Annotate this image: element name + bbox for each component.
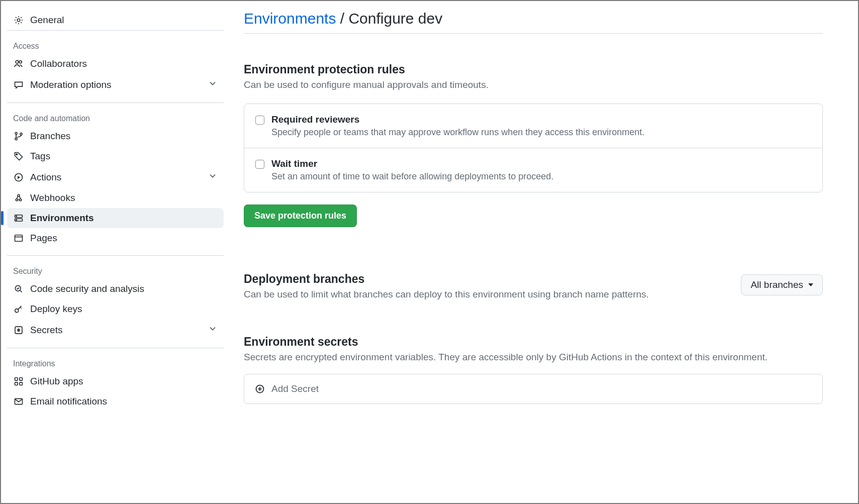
sidebar-item-label: Deploy keys: [30, 304, 82, 315]
plus-circle-icon: [254, 383, 265, 394]
svg-point-17: [15, 309, 19, 313]
sidebar-item-label: Moderation options: [30, 79, 112, 90]
breadcrumb: Environments / Configure dev: [244, 10, 823, 34]
svg-point-5: [20, 133, 22, 135]
sidebar-item-branches[interactable]: Branches: [7, 126, 224, 146]
section-protection-rules: Environment protection rules Can be used…: [244, 63, 823, 227]
sidebar-item-label: General: [30, 15, 64, 26]
section-heading: Deployment branches: [244, 272, 731, 286]
sidebar-item-label: Collaborators: [30, 58, 87, 69]
sidebar-item-pages[interactable]: Pages: [7, 228, 224, 248]
svg-point-8: [16, 199, 18, 201]
dropdown-label: All branches: [750, 279, 803, 290]
chevron-down-icon: [208, 171, 218, 183]
svg-point-13: [16, 216, 17, 217]
breadcrumb-current: Configure dev: [348, 10, 442, 27]
svg-rect-19: [15, 378, 18, 381]
sidebar-item-label: Environments: [30, 213, 94, 224]
svg-point-10: [18, 194, 20, 196]
svg-rect-22: [20, 382, 23, 385]
add-secret-button[interactable]: Add Secret: [244, 374, 823, 404]
rule-wait-timer: Wait timer Set an amount of time to wait…: [244, 148, 822, 192]
sidebar-item-webhooks[interactable]: Webhooks: [7, 188, 224, 208]
svg-rect-21: [15, 382, 18, 385]
svg-point-14: [16, 220, 17, 221]
protection-rules-list: Required reviewers Specify people or tea…: [244, 104, 823, 192]
play-circle-icon: [13, 172, 24, 183]
sidebar-item-label: Actions: [30, 172, 61, 183]
sidebar-item-email-notifications[interactable]: Email notifications: [7, 391, 224, 412]
caret-down-icon: [808, 283, 813, 286]
breadcrumb-parent-link[interactable]: Environments: [244, 10, 336, 27]
sidebar-item-secrets[interactable]: Secrets: [7, 319, 224, 341]
svg-point-4: [15, 138, 17, 140]
chevron-down-icon: [208, 324, 218, 336]
add-secret-label: Add Secret: [271, 383, 319, 394]
sidebar-item-label: Webhooks: [30, 192, 75, 204]
sidebar-group-title: Access: [7, 31, 224, 54]
sidebar-group-title: Integrations: [7, 348, 224, 371]
sidebar-item-label: Branches: [30, 131, 70, 142]
svg-point-6: [16, 154, 18, 155]
rule-description: Specify people or teams that may approve…: [271, 127, 644, 138]
key-icon: [13, 304, 24, 315]
deployment-branches-dropdown[interactable]: All branches: [741, 274, 823, 295]
sidebar-group-integrations: Integrations GitHub apps Email notificat…: [7, 348, 224, 419]
svg-point-9: [20, 199, 22, 201]
sidebar-item-label: Code security and analysis: [30, 283, 144, 294]
sidebar-group-security: Security Code security and analysis Depl…: [7, 256, 224, 348]
sidebar-item-deploy-keys[interactable]: Deploy keys: [7, 299, 224, 319]
browser-icon: [13, 233, 24, 244]
sidebar-item-actions[interactable]: Actions: [7, 166, 224, 188]
mail-icon: [13, 396, 24, 407]
sidebar-item-general[interactable]: General: [7, 10, 224, 31]
codescan-icon: [13, 283, 24, 294]
svg-point-0: [17, 19, 20, 22]
people-icon: [13, 58, 24, 69]
section-environment-secrets: Environment secrets Secrets are encrypte…: [244, 335, 823, 404]
sidebar-item-collaborators[interactable]: Collaborators: [7, 54, 224, 74]
sidebar-item-environments[interactable]: Environments: [7, 208, 224, 228]
svg-rect-20: [20, 378, 23, 381]
gear-icon: [13, 15, 24, 26]
svg-rect-15: [15, 235, 23, 242]
sidebar-item-moderation[interactable]: Moderation options: [7, 74, 224, 95]
sidebar-item-github-apps[interactable]: GitHub apps: [7, 371, 224, 391]
chevron-down-icon: [208, 78, 218, 91]
wait-timer-checkbox[interactable]: [255, 160, 264, 169]
sidebar-item-tags[interactable]: Tags: [7, 146, 224, 166]
server-icon: [13, 213, 24, 224]
section-heading: Environment secrets: [244, 335, 823, 349]
sidebar-item-code-security[interactable]: Code security and analysis: [7, 279, 224, 299]
sidebar-group-access: Access Collaborators Moderation options: [7, 31, 224, 103]
rule-title: Required reviewers: [271, 114, 644, 125]
svg-point-1: [16, 60, 19, 63]
breadcrumb-separator: /: [340, 10, 344, 27]
section-heading: Environment protection rules: [244, 63, 823, 76]
sidebar-group-title: Code and automation: [7, 103, 224, 126]
sidebar-group-code: Code and automation Branches Tags Action…: [7, 103, 224, 256]
section-description: Can be used to limit what branches can d…: [244, 289, 731, 300]
settings-sidebar: General Access Collaborators Moderation …: [1, 1, 230, 503]
webhook-icon: [13, 192, 24, 204]
rule-description: Set an amount of time to wait before all…: [271, 171, 553, 182]
sidebar-item-label: GitHub apps: [30, 376, 83, 387]
save-protection-rules-button[interactable]: Save protection rules: [244, 205, 357, 227]
sidebar-group-title: Security: [7, 256, 224, 279]
tag-icon: [13, 151, 24, 162]
sidebar-item-label: Email notifications: [30, 396, 107, 407]
sidebar-item-label: Tags: [30, 151, 50, 162]
svg-point-3: [15, 132, 17, 134]
rule-required-reviewers: Required reviewers Specify people or tea…: [244, 104, 822, 148]
git-branch-icon: [13, 131, 24, 142]
required-reviewers-checkbox[interactable]: [255, 116, 264, 125]
section-description: Secrets are encrypted environment variab…: [244, 352, 823, 363]
section-description: Can be used to configure manual approval…: [244, 79, 823, 90]
apps-icon: [13, 376, 24, 387]
svg-point-2: [19, 61, 22, 63]
rule-title: Wait timer: [271, 158, 553, 169]
section-deployment-branches: Deployment branches Can be used to limit…: [244, 272, 823, 300]
sidebar-item-label: Pages: [30, 233, 57, 244]
main-content: Environments / Configure dev Environment…: [230, 1, 858, 503]
sidebar-item-label: Secrets: [30, 325, 62, 336]
